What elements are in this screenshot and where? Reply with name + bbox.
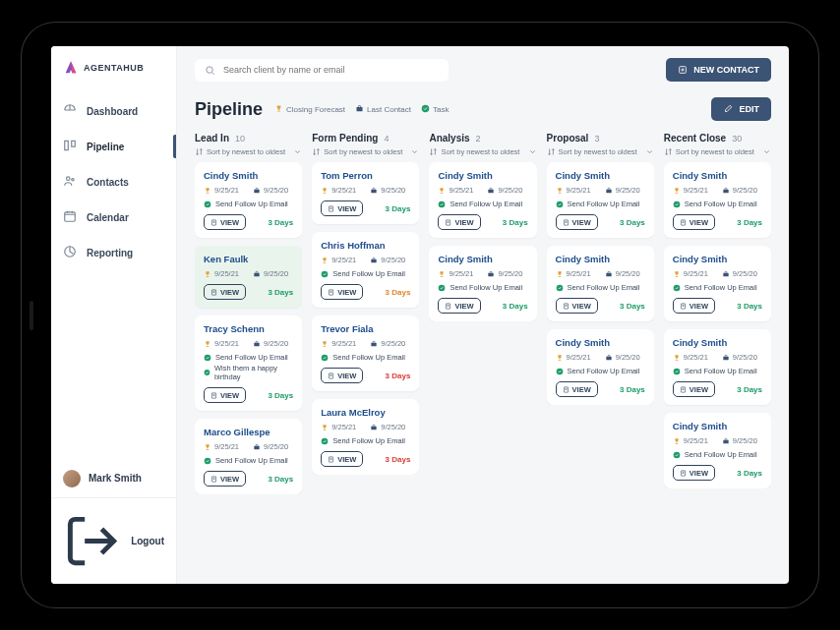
pipeline-card[interactable]: Cindy Smith 9/25/21 9/25/20 Send Follow …: [429, 246, 536, 321]
sort-dropdown[interactable]: Sort by newest to oldest: [429, 147, 536, 156]
edit-button[interactable]: EDIT: [711, 97, 771, 121]
svg-point-25: [322, 270, 329, 277]
svg-point-3: [72, 179, 74, 181]
svg-point-31: [322, 437, 329, 444]
card-list: Cindy Smith 9/25/21 9/25/20 Send Follow …: [547, 162, 654, 405]
document-icon: [563, 219, 570, 226]
view-button[interactable]: VIEW: [673, 298, 715, 314]
card-client-name[interactable]: Ken Faulk: [204, 254, 293, 264]
card-client-name[interactable]: Cindy Smith: [556, 337, 645, 348]
card-client-name[interactable]: Cindy Smith: [438, 170, 527, 181]
column-recent-close: Recent Close 30 Sort by newest to oldest…: [664, 133, 771, 570]
card-client-name[interactable]: Cindy Smith: [204, 170, 293, 181]
view-button[interactable]: VIEW: [438, 214, 480, 230]
pipeline-card[interactable]: Laura McElroy 9/25/21 9/25/20 Send Follo…: [312, 399, 419, 475]
page-header: Pipeline Closing ForecastLast ContactTas…: [177, 87, 789, 129]
view-button[interactable]: VIEW: [556, 298, 598, 314]
view-button[interactable]: VIEW: [321, 284, 363, 300]
sort-dropdown[interactable]: Sort by newest to oldest: [664, 147, 771, 156]
chevron-down-icon: [762, 147, 771, 156]
column-title: Form Pending: [312, 133, 378, 143]
pipeline-card[interactable]: Cindy Smith 9/25/21 9/25/20 Send Follow …: [547, 329, 654, 405]
pipeline-card[interactable]: Ken Faulk 9/25/21 9/25/20 VIEW 3 Days: [195, 246, 302, 308]
sort-dropdown[interactable]: Sort by newest to oldest: [312, 147, 419, 156]
card-client-name[interactable]: Cindy Smith: [673, 254, 762, 264]
view-button[interactable]: VIEW: [204, 284, 246, 300]
card-client-name[interactable]: Cindy Smith: [673, 421, 762, 431]
legend-label: Closing Forecast: [286, 105, 345, 114]
card-client-name[interactable]: Tracy Schenn: [204, 323, 293, 334]
card-client-name[interactable]: Cindy Smith: [673, 337, 762, 348]
view-button[interactable]: VIEW: [321, 368, 363, 383]
card-client-name[interactable]: Cindy Smith: [556, 170, 645, 181]
sidebar: AGENTAHUB DashboardPipelineContactsCalen…: [51, 46, 177, 584]
search-input[interactable]: [223, 65, 439, 75]
pipeline-card[interactable]: Chris Hoffman 9/25/21 9/25/20 Send Follo…: [312, 232, 419, 308]
pipeline-card[interactable]: Cindy Smith 9/25/21 9/25/20 Send Follow …: [429, 162, 536, 238]
card-client-name[interactable]: Cindy Smith: [556, 254, 645, 264]
document-icon: [210, 476, 217, 483]
card-list: Tom Perron 9/25/21 9/25/20 VIEW 3 Days C…: [312, 162, 419, 475]
view-button[interactable]: VIEW: [556, 381, 598, 397]
view-button[interactable]: VIEW: [204, 387, 246, 403]
card-client-name[interactable]: Cindy Smith: [673, 170, 762, 181]
column-title: Analysis: [429, 133, 469, 143]
svg-point-2: [67, 177, 71, 181]
sidebar-item-contacts[interactable]: Contacts: [51, 164, 176, 200]
card-client-name[interactable]: Laura McElroy: [321, 407, 410, 418]
view-button[interactable]: VIEW: [321, 451, 363, 467]
view-button[interactable]: VIEW: [673, 465, 715, 481]
sidebar-item-dashboard[interactable]: Dashboard: [51, 93, 176, 129]
card-client-name[interactable]: Tom Perron: [321, 170, 410, 181]
sidebar-item-calendar[interactable]: Calendar: [51, 200, 176, 235]
card-task: Send Follow Up Email: [438, 200, 527, 208]
view-button[interactable]: VIEW: [673, 214, 715, 230]
card-client-name[interactable]: Trevor Fiala: [321, 323, 410, 334]
new-contact-button[interactable]: NEW CONTACT: [666, 58, 771, 82]
view-button[interactable]: VIEW: [556, 214, 598, 230]
card-client-name[interactable]: Marco Gillespe: [204, 427, 293, 437]
pipeline-card[interactable]: Cindy Smith 9/25/21 9/25/20 Send Follow …: [547, 162, 654, 238]
trophy-icon: [274, 104, 283, 115]
card-client-name[interactable]: Cindy Smith: [438, 254, 527, 264]
svg-rect-27: [372, 342, 377, 346]
task-label: Send Follow Up Email: [332, 353, 405, 362]
sidebar-item-pipeline[interactable]: Pipeline: [51, 129, 176, 164]
document-icon: [328, 372, 334, 379]
pipeline-card[interactable]: Tracy Schenn 9/25/21 9/25/20 Send Follow…: [195, 315, 302, 411]
pipeline-card[interactable]: Cindy Smith 9/25/21 9/25/20 Send Follow …: [664, 329, 771, 405]
svg-point-16: [205, 354, 211, 361]
pipeline-card[interactable]: Marco Gillespe 9/25/21 9/25/20 Send Foll…: [195, 419, 302, 494]
pipeline-card[interactable]: Trevor Fiala 9/25/21 9/25/20 Send Follow…: [312, 315, 419, 391]
view-button[interactable]: VIEW: [673, 381, 715, 397]
sidebar-item-reporting[interactable]: Reporting: [51, 235, 176, 270]
card-task: Send Follow Up Email: [321, 353, 410, 362]
view-button[interactable]: VIEW: [204, 471, 246, 487]
days-indicator: 3 Days: [268, 288, 293, 297]
nav-label: Contacts: [87, 177, 129, 188]
current-user[interactable]: Mark Smith: [51, 460, 176, 497]
view-button[interactable]: VIEW: [204, 214, 246, 230]
reporting-icon: [63, 245, 77, 260]
logout-button[interactable]: Logout: [51, 497, 176, 584]
svg-point-49: [673, 200, 680, 207]
view-label: VIEW: [690, 469, 708, 478]
edit-icon: [723, 104, 733, 114]
view-label: VIEW: [220, 288, 239, 297]
pipeline-card[interactable]: Cindy Smith 9/25/21 9/25/20 Send Follow …: [664, 413, 771, 488]
pipeline-card[interactable]: Cindy Smith 9/25/21 9/25/20 Send Follow …: [547, 246, 654, 321]
pipeline-card[interactable]: Cindy Smith 9/25/21 9/25/20 Send Follow …: [664, 246, 771, 321]
pipeline-card[interactable]: Tom Perron 9/25/21 9/25/20 VIEW 3 Days: [312, 162, 419, 224]
view-button[interactable]: VIEW: [321, 200, 363, 216]
last-contact-date: 9/25/20: [605, 186, 640, 195]
pipeline-card[interactable]: Cindy Smith 9/25/21 9/25/20 Send Follow …: [195, 162, 302, 238]
sort-dropdown[interactable]: Sort by newest to oldest: [195, 147, 302, 156]
card-task: Send Follow Up Email: [556, 367, 645, 375]
svg-point-52: [673, 284, 680, 291]
sort-dropdown[interactable]: Sort by newest to oldest: [547, 147, 654, 156]
card-client-name[interactable]: Chris Hoffman: [321, 240, 410, 251]
pipeline-card[interactable]: Cindy Smith 9/25/21 9/25/20 Send Follow …: [664, 162, 771, 238]
view-button[interactable]: VIEW: [438, 298, 480, 314]
task-label: Send Follow Up Email: [215, 200, 288, 208]
search-box[interactable]: [195, 59, 449, 82]
